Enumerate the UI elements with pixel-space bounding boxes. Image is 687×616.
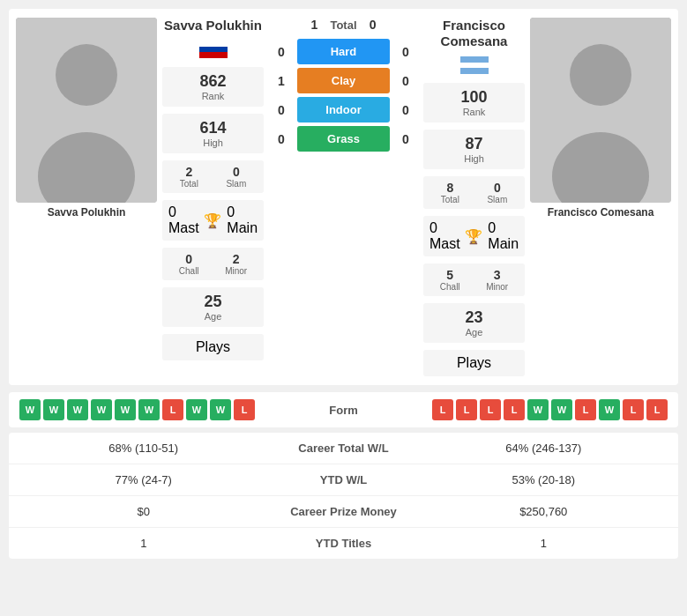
form-badge: L bbox=[162, 399, 183, 420]
stat-right-val: $250,760 bbox=[423, 505, 665, 518]
grass-left-score: 0 bbox=[273, 132, 290, 146]
right-form-badges: LLLLWWLWLL bbox=[432, 399, 668, 420]
stats-table: 68% (110-51) Career Total W/L 64% (246-1… bbox=[9, 433, 678, 559]
clay-right-score: 0 bbox=[397, 74, 414, 88]
right-flag bbox=[460, 56, 489, 74]
stats-table-row: 68% (110-51) Career Total W/L 64% (246-1… bbox=[9, 433, 678, 464]
form-badge: L bbox=[646, 399, 668, 420]
grass-right-score: 0 bbox=[397, 132, 414, 146]
form-badge: W bbox=[527, 399, 549, 420]
indoor-row: 0 Indoor 0 bbox=[273, 97, 414, 122]
stat-right-val: 1 bbox=[423, 537, 665, 550]
right-rank-box: 100 Rank bbox=[423, 83, 525, 122]
stat-left-val: $0 bbox=[23, 505, 265, 518]
form-badge: W bbox=[19, 399, 41, 420]
total-row: 1 Total 0 bbox=[273, 18, 414, 32]
hard-left-score: 0 bbox=[273, 45, 290, 59]
left-main: 0 Main bbox=[227, 204, 258, 236]
left-chall: 0 Chall bbox=[179, 252, 199, 276]
form-section: WWWWWWLWWL Form LLLLWWLWLL bbox=[9, 392, 678, 427]
left-plays-box: Plays bbox=[162, 334, 264, 360]
right-total-score: 0 bbox=[364, 18, 382, 32]
match-card: Savva Polukhin Savva Polukhin 862 Rank 6… bbox=[9, 9, 678, 385]
form-badge: L bbox=[480, 399, 501, 420]
right-high-num: 87 bbox=[430, 135, 518, 153]
svg-point-4 bbox=[570, 44, 631, 106]
left-player-photo: Savva Polukhin bbox=[16, 18, 157, 219]
form-badge: L bbox=[504, 399, 525, 420]
left-flag-container bbox=[162, 41, 264, 58]
stats-table-row: 77% (24-7) YTD W/L 53% (20-18) bbox=[9, 464, 678, 496]
left-rank-num: 862 bbox=[169, 72, 257, 91]
form-badge: L bbox=[575, 399, 596, 420]
clay-surface-btn[interactable]: Clay bbox=[297, 68, 390, 93]
right-player-name-below: Francisco Comesana bbox=[530, 206, 671, 219]
left-player-name-below: Savva Polukhin bbox=[16, 206, 157, 219]
hard-surface-btn[interactable]: Hard bbox=[297, 39, 390, 64]
stat-left-val: 77% (24-7) bbox=[23, 473, 265, 486]
left-minor: 2 Minor bbox=[225, 252, 247, 276]
right-player-name: Francisco Comesana bbox=[423, 18, 525, 49]
hard-row: 0 Hard 0 bbox=[273, 39, 414, 64]
indoor-right-score: 0 bbox=[397, 103, 414, 117]
stat-center-label: YTD Titles bbox=[265, 537, 423, 550]
left-total-slam-row: 2 Total 0 Slam bbox=[162, 160, 264, 193]
left-slam: 0 Slam bbox=[226, 165, 246, 189]
right-age-box: 23 Age bbox=[423, 303, 525, 343]
indoor-surface-btn[interactable]: Indoor bbox=[297, 97, 390, 122]
right-plays-label: Plays bbox=[430, 355, 518, 371]
left-age-box: 25 Age bbox=[162, 287, 264, 327]
form-badge: L bbox=[623, 399, 644, 420]
stats-table-row: 1 YTD Titles 1 bbox=[9, 528, 678, 559]
stat-right-val: 64% (246-137) bbox=[423, 442, 665, 455]
left-high-label: High bbox=[169, 137, 257, 148]
form-badge: W bbox=[67, 399, 88, 420]
left-mast-main-row: 0 Mast 🏆 0 Main bbox=[162, 200, 264, 241]
right-high-box: 87 High bbox=[423, 130, 525, 169]
svg-point-1 bbox=[56, 44, 117, 106]
grass-surface-btn[interactable]: Grass bbox=[297, 126, 390, 152]
right-flag-container bbox=[423, 56, 525, 74]
right-chall-minor-row: 5 Chall 3 Minor bbox=[423, 263, 525, 296]
total-label: Total bbox=[330, 19, 356, 32]
right-high-label: High bbox=[430, 153, 518, 164]
form-badge: W bbox=[186, 399, 207, 420]
right-age-label: Age bbox=[430, 327, 518, 338]
left-flag bbox=[199, 41, 228, 58]
right-player-info: Francisco Comesana 100 Rank 87 High 8 To… bbox=[423, 18, 525, 376]
left-age-num: 25 bbox=[169, 293, 257, 311]
form-row: WWWWWWLWWL Form LLLLWWLWLL bbox=[19, 399, 668, 420]
scores-panel: 1 Total 0 0 Hard 0 1 Clay 0 0 Indoor 0 bbox=[269, 18, 418, 152]
stat-center-label: Career Prize Money bbox=[265, 505, 423, 518]
form-badge: L bbox=[234, 399, 255, 420]
form-badge: W bbox=[91, 399, 112, 420]
stat-left-val: 68% (110-51) bbox=[23, 442, 265, 455]
stat-center-label: Career Total W/L bbox=[265, 442, 423, 455]
right-plays-box: Plays bbox=[423, 350, 525, 376]
left-high-box: 614 High bbox=[162, 114, 264, 153]
right-slam: 0 Slam bbox=[487, 181, 507, 204]
stat-left-val: 1 bbox=[23, 537, 265, 550]
left-form-badges: WWWWWWLWWL bbox=[19, 399, 255, 420]
form-badge: W bbox=[115, 399, 136, 420]
right-age-num: 23 bbox=[430, 308, 518, 327]
left-chall-minor-row: 0 Chall 2 Minor bbox=[162, 248, 264, 280]
form-label: Form bbox=[329, 404, 358, 417]
form-badge: W bbox=[551, 399, 572, 420]
right-mast: 0 Mast bbox=[429, 220, 460, 252]
left-total-score: 1 bbox=[305, 18, 323, 32]
right-mast-main-row: 0 Mast 🏆 0 Main bbox=[423, 216, 525, 256]
left-mast: 0 Mast bbox=[168, 204, 199, 236]
right-trophy-icon: 🏆 bbox=[465, 228, 482, 245]
hard-right-score: 0 bbox=[397, 45, 414, 59]
stats-table-row: $0 Career Prize Money $250,760 bbox=[9, 496, 678, 528]
left-total: 2 Total bbox=[180, 165, 198, 189]
left-player-info: Savva Polukhin 862 Rank 614 High 2 Total bbox=[162, 18, 264, 360]
stat-center-label: YTD W/L bbox=[265, 473, 423, 486]
form-badge: W bbox=[599, 399, 620, 420]
left-trophy-icon: 🏆 bbox=[204, 212, 221, 229]
right-rank-label: Rank bbox=[430, 107, 518, 117]
right-total: 8 Total bbox=[441, 181, 459, 204]
right-player-photo: Francisco Comesana bbox=[530, 18, 671, 219]
right-minor: 3 Minor bbox=[486, 268, 508, 292]
